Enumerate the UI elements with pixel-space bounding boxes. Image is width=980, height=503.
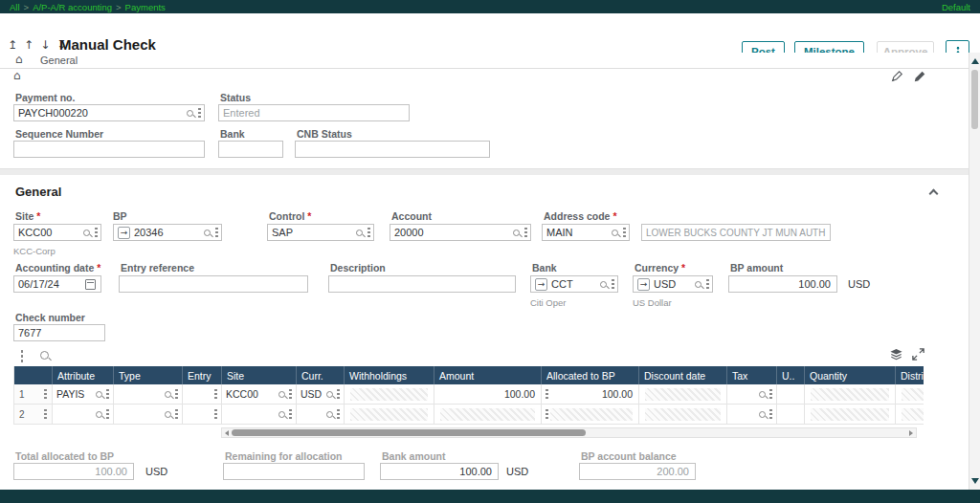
currency-input[interactable]: USD bbox=[633, 275, 713, 293]
type-cell[interactable] bbox=[114, 405, 183, 425]
accounting-date-input[interactable]: 06/17/24 bbox=[13, 275, 101, 293]
scroll-right-icon[interactable] bbox=[909, 430, 913, 436]
grid-header-discount-date[interactable]: Discount date bbox=[639, 366, 727, 384]
u-cell[interactable] bbox=[777, 405, 805, 425]
first-record-icon[interactable] bbox=[8, 38, 17, 52]
section-anchor-home-icon[interactable] bbox=[13, 69, 21, 82]
grid-header-attribute[interactable]: Attribute bbox=[53, 366, 114, 384]
amount-cell[interactable]: 100.00 bbox=[434, 384, 542, 405]
entry-reference-input[interactable] bbox=[119, 275, 308, 293]
type-cell[interactable] bbox=[114, 384, 183, 405]
lookup-icon[interactable] bbox=[187, 110, 193, 117]
kebab-icon[interactable] bbox=[546, 408, 548, 420]
account-input[interactable]: 20000 bbox=[390, 224, 531, 241]
attribute-cell[interactable] bbox=[53, 405, 114, 425]
tax-cell[interactable] bbox=[727, 384, 777, 405]
row-kebab-icon[interactable] bbox=[44, 388, 47, 400]
edit-pencil-icon[interactable] bbox=[913, 70, 926, 83]
lookup-icon[interactable] bbox=[204, 230, 211, 236]
kebab-icon[interactable] bbox=[175, 388, 178, 400]
lookup-icon[interactable] bbox=[165, 391, 171, 398]
u-cell[interactable] bbox=[777, 384, 805, 405]
kebab-icon[interactable] bbox=[769, 388, 772, 400]
grid-header-type[interactable]: Type bbox=[114, 366, 183, 384]
lookup-icon[interactable] bbox=[600, 281, 607, 288]
kebab-icon[interactable] bbox=[289, 388, 292, 400]
calendar-icon[interactable] bbox=[85, 279, 96, 290]
collapse-section-icon[interactable] bbox=[929, 189, 939, 199]
bank-general-input[interactable]: CCT bbox=[530, 275, 618, 293]
row-number-cell[interactable]: 1 bbox=[14, 384, 53, 405]
kebab-icon[interactable] bbox=[106, 388, 109, 400]
grid-header-entry[interactable]: Entry bbox=[183, 366, 222, 384]
grid-header-amount[interactable]: Amount bbox=[434, 366, 542, 384]
lookup-icon[interactable] bbox=[326, 411, 333, 418]
home-tab-icon[interactable] bbox=[15, 53, 23, 66]
site-cell[interactable] bbox=[222, 405, 297, 425]
jump-to-icon[interactable] bbox=[637, 278, 650, 291]
lookup-icon[interactable] bbox=[96, 411, 102, 418]
grid-header-allocated[interactable]: Allocated to BP bbox=[542, 366, 639, 384]
lookup-icon[interactable] bbox=[513, 230, 520, 236]
tax-cell[interactable] bbox=[727, 405, 777, 425]
curr-cell[interactable] bbox=[297, 405, 345, 425]
jump-to-icon[interactable] bbox=[118, 227, 130, 239]
breadcrumb-all[interactable]: All bbox=[10, 2, 20, 12]
bank-input[interactable] bbox=[218, 141, 283, 158]
scrollbar-thumb[interactable] bbox=[232, 429, 586, 436]
lookup-icon[interactable] bbox=[278, 391, 285, 398]
site-input[interactable]: KCC00 bbox=[13, 224, 101, 241]
address-code-input[interactable]: MAIN bbox=[542, 224, 630, 241]
kebab-icon[interactable] bbox=[623, 227, 626, 238]
kebab-icon[interactable] bbox=[337, 408, 340, 420]
layers-icon[interactable] bbox=[889, 347, 903, 361]
grid-header-u[interactable]: U.. bbox=[777, 366, 805, 384]
scroll-up-icon[interactable] bbox=[971, 58, 979, 64]
lookup-icon[interactable] bbox=[759, 391, 766, 398]
kebab-icon[interactable] bbox=[198, 107, 201, 119]
kebab-icon[interactable] bbox=[214, 388, 217, 400]
cnb-status-input[interactable] bbox=[295, 141, 490, 158]
page-vertical-scrollbar[interactable] bbox=[969, 53, 980, 490]
kebab-icon[interactable] bbox=[106, 408, 109, 420]
description-input[interactable] bbox=[328, 275, 516, 293]
grid-horizontal-scrollbar[interactable] bbox=[221, 427, 917, 438]
kebab-icon[interactable] bbox=[612, 278, 614, 290]
entry-cell[interactable] bbox=[183, 384, 222, 405]
lookup-icon[interactable] bbox=[96, 391, 102, 398]
lookup-icon[interactable] bbox=[356, 230, 363, 236]
site-cell[interactable]: KCC00 bbox=[222, 384, 297, 405]
kebab-icon[interactable] bbox=[215, 227, 218, 238]
allocated-cell[interactable] bbox=[542, 405, 639, 425]
scroll-down-icon[interactable] bbox=[971, 478, 979, 484]
entry-cell[interactable] bbox=[183, 405, 222, 425]
kebab-icon[interactable] bbox=[214, 408, 217, 420]
lookup-icon[interactable] bbox=[612, 230, 618, 236]
allocated-cell[interactable]: 100.00 bbox=[542, 384, 639, 405]
grid-header-distrib[interactable]: Distrib bbox=[896, 366, 924, 384]
lookup-icon[interactable] bbox=[695, 281, 702, 288]
lookup-icon[interactable] bbox=[326, 391, 333, 398]
lookup-icon[interactable] bbox=[165, 411, 171, 418]
bp-input[interactable]: 20346 bbox=[113, 224, 222, 241]
expand-grid-icon[interactable] bbox=[911, 347, 925, 361]
lookup-icon[interactable] bbox=[759, 411, 766, 418]
grid-header-curr[interactable]: Curr. bbox=[297, 366, 345, 384]
grid-header-site[interactable]: Site bbox=[222, 366, 297, 384]
jump-to-icon[interactable] bbox=[535, 278, 547, 291]
row-number-cell[interactable]: 2 bbox=[14, 405, 53, 425]
kebab-icon[interactable] bbox=[289, 408, 292, 420]
next-record-icon[interactable] bbox=[40, 38, 50, 52]
kebab-icon[interactable] bbox=[175, 408, 178, 420]
previous-record-icon[interactable] bbox=[24, 38, 33, 52]
breadcrumb-payments[interactable]: Payments bbox=[125, 2, 166, 12]
grid-search-icon[interactable] bbox=[40, 351, 49, 360]
breadcrumb-ap-ar-accounting[interactable]: A/P-A/R accounting bbox=[33, 2, 112, 12]
kebab-icon[interactable] bbox=[95, 227, 98, 238]
kebab-icon[interactable] bbox=[524, 227, 527, 238]
grid-header-quantity[interactable]: Quantity bbox=[805, 366, 896, 384]
sign-pen-icon[interactable] bbox=[890, 70, 903, 83]
kebab-icon[interactable] bbox=[368, 227, 370, 238]
scroll-left-icon[interactable] bbox=[225, 430, 229, 436]
lookup-icon[interactable] bbox=[83, 230, 90, 236]
